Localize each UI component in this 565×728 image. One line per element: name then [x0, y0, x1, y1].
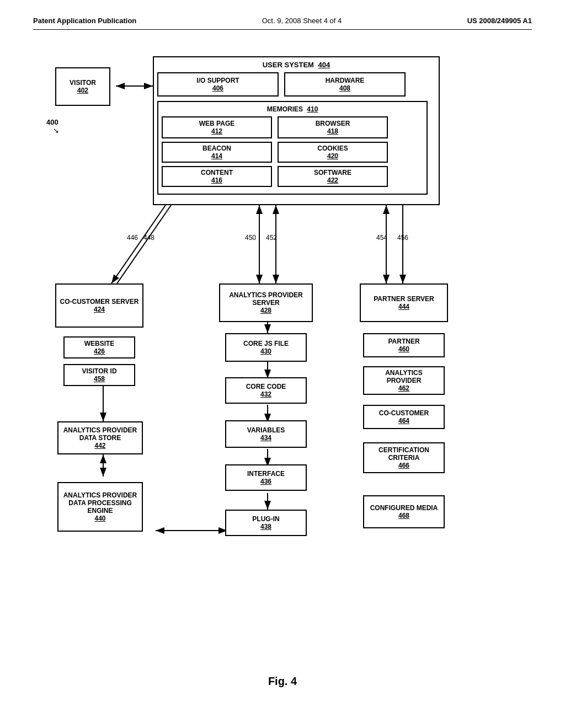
box-interface: INTERFACE 436 [225, 464, 307, 491]
box-partner: PARTNER 460 [363, 333, 445, 357]
header-center: Oct. 9, 2008 Sheet 4 of 4 [262, 17, 342, 25]
box-analytics-provider-server: ANALYTICS PROVIDER SERVER 428 [219, 283, 313, 322]
box-software: SOFTWARE 422 [278, 166, 388, 187]
box-browser: BROWSER 418 [278, 116, 388, 138]
svg-line-4 [111, 205, 166, 283]
arrow-400: ↘ [53, 126, 59, 135]
box-analytics-data-store: ANALYTICS PROVIDER DATA STORE 442 [57, 421, 143, 454]
box-hardware: HARDWARE 408 [284, 72, 406, 97]
box-visitor-id: VISITOR ID 458 [63, 364, 135, 386]
box-website: WEBSITE 426 [63, 336, 135, 358]
box-certification-criteria: CERTIFICATION CRITERIA 466 [363, 442, 445, 473]
box-core-js-file: CORE JS FILE 430 [225, 333, 307, 362]
box-io-support: I/O SUPPORT 406 [157, 72, 279, 97]
label-452: 452 [266, 234, 277, 242]
box-beacon: BEACON 414 [162, 142, 272, 163]
diagram-area: 400 ↘ 446 448 450 452 454 456 VISITOR 40… [45, 46, 520, 664]
fig-caption: Fig. 4 [33, 675, 532, 688]
box-co-customer-server: CO-CUSTOMER SERVER 424 [55, 283, 143, 328]
header-left: Patent Application Publication [33, 17, 136, 25]
box-user-system: USER SYSTEM 404 I/O SUPPORT 406 HARDWARE… [153, 56, 440, 205]
page: Patent Application Publication Oct. 9, 2… [0, 0, 565, 728]
page-header: Patent Application Publication Oct. 9, 2… [33, 17, 532, 30]
header-right: US 2008/249905 A1 [467, 17, 532, 25]
box-core-code: CORE CODE 432 [225, 377, 307, 404]
box-variables: VARIABLES 434 [225, 420, 307, 448]
label-448: 448 [143, 234, 154, 242]
label-456: 456 [397, 234, 408, 242]
box-plug-in: PLUG-IN 438 [225, 510, 307, 536]
box-visitor: VISITOR 402 [55, 67, 110, 106]
box-analytics-provider: ANALYTICS PROVIDER 462 [363, 366, 445, 395]
svg-line-5 [117, 205, 171, 283]
label-400: 400 [46, 118, 58, 126]
label-450: 450 [245, 234, 256, 242]
box-co-customer: CO-CUSTOMER 464 [363, 405, 445, 429]
box-memories: MEMORIES 410 WEB PAGE 412 BROWSER 418 [157, 101, 428, 195]
box-partner-server: PARTNER SERVER 444 [360, 283, 448, 322]
box-analytics-data-engine: ANALYTICS PROVIDER DATA PROCESSING ENGIN… [57, 482, 143, 532]
box-cookies: COOKIES 420 [278, 142, 388, 163]
box-content: CONTENT 416 [162, 166, 272, 187]
label-446: 446 [127, 234, 138, 242]
box-web-page: WEB PAGE 412 [162, 116, 272, 138]
label-454: 454 [376, 234, 387, 242]
box-configured-media: CONFIGURED MEDIA 468 [363, 495, 445, 528]
